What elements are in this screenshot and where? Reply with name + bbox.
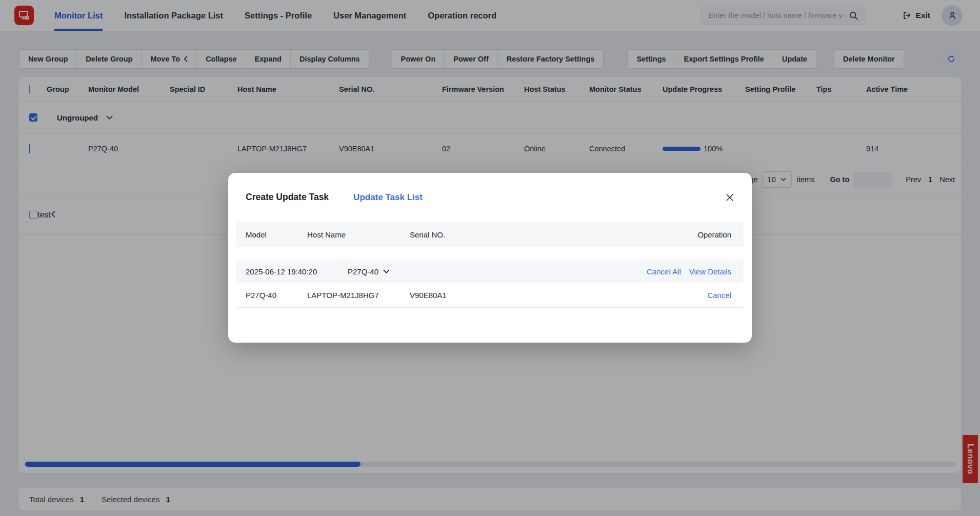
view-details-link[interactable]: View Details <box>689 267 731 276</box>
detail-serial-no: V90E80A1 <box>410 291 707 300</box>
dialog-col-serial-no: Serial NO. <box>410 230 697 239</box>
task-created-time: 2025-06-12 19:40:20 <box>246 267 348 276</box>
task-detail-row: P27Q-40 LAPTOP-M21J8HG7 V90E80A1 Cancel <box>236 283 744 308</box>
task-model-label: P27Q-40 <box>348 267 378 276</box>
dialog-table-header: Model Host Name Serial NO. Operation <box>236 222 744 247</box>
update-task-dialog: Create Update Task Update Task List Mode… <box>228 173 752 343</box>
chevron-down-icon <box>383 269 390 274</box>
task-operations: Cancel All View Details <box>647 267 731 276</box>
cancel-all-link[interactable]: Cancel All <box>647 267 681 276</box>
dialog-col-host-name: Host Name <box>307 230 410 239</box>
dialog-col-model: Model <box>246 230 307 239</box>
detail-host-name: LAPTOP-M21J8HG7 <box>307 291 410 300</box>
task-model-expander[interactable]: P27Q-40 <box>348 267 390 276</box>
task-group-row: 2025-06-12 19:40:20 P27Q-40 Cancel All V… <box>236 260 744 283</box>
dialog-header: Create Update Task Update Task List <box>228 173 752 222</box>
close-icon[interactable] <box>725 193 734 202</box>
update-task-list-tab[interactable]: Update Task List <box>353 192 423 203</box>
cancel-link[interactable]: Cancel <box>707 291 731 300</box>
detail-model: P27Q-40 <box>246 291 307 300</box>
dialog-col-operation: Operation <box>697 230 731 239</box>
dialog-title: Create Update Task <box>246 192 329 203</box>
